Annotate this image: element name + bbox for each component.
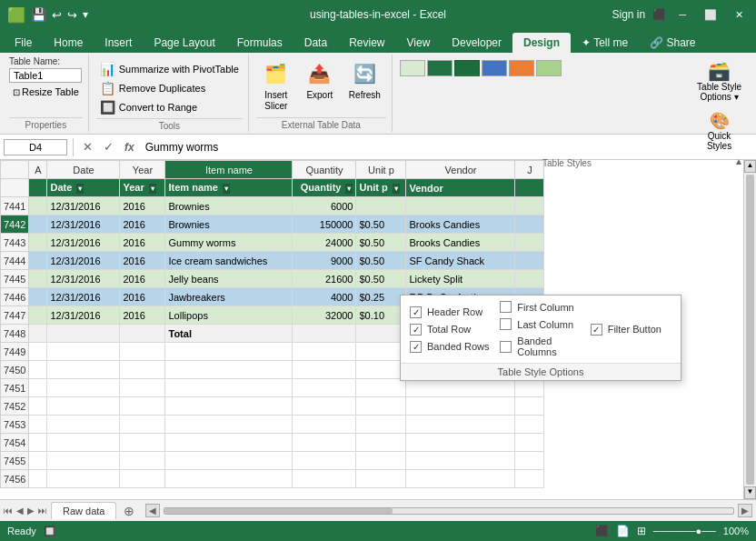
table-header-unitp[interactable]: Unit p ▾ <box>356 179 406 197</box>
cell-year-7448[interactable] <box>120 325 165 343</box>
tab-page-layout[interactable]: Page Layout <box>143 33 225 53</box>
col-header-j[interactable]: J <box>515 161 544 179</box>
cell-qty-7441[interactable]: 6000 <box>293 197 356 215</box>
cell-b-7449[interactable] <box>47 343 120 361</box>
tab-design[interactable]: Design <box>512 33 571 53</box>
h-scroll-track[interactable] <box>164 507 734 515</box>
undo-icon[interactable]: ↩ <box>52 8 62 22</box>
tab-home[interactable]: Home <box>43 33 94 53</box>
col-header-a[interactable]: A <box>29 161 47 179</box>
tab-review[interactable]: Review <box>338 33 395 53</box>
cell-date-7447[interactable]: 12/31/2016 <box>47 306 120 325</box>
insert-function-button[interactable]: fx <box>121 139 138 155</box>
sheet-first-button[interactable]: ⏮ <box>4 506 13 516</box>
cell-year-7447[interactable]: 2016 <box>120 306 165 325</box>
tab-view[interactable]: View <box>396 33 442 53</box>
convert-to-range-button[interactable]: 🔲 Convert to Range <box>96 98 243 116</box>
col-header-item[interactable]: Item name <box>165 161 293 179</box>
cell-a-7441[interactable] <box>29 197 47 215</box>
vertical-scrollbar[interactable]: ▲ ▼ <box>743 160 756 499</box>
cell-date-7443[interactable]: 12/31/2016 <box>47 234 120 252</box>
col-header-qty[interactable]: Quantity <box>293 161 356 179</box>
cell-item-7447[interactable]: Lollipops <box>165 306 293 325</box>
style-swatch[interactable] <box>536 60 562 76</box>
cell-date-7444[interactable]: 12/31/2016 <box>47 252 120 270</box>
cell-item-7441[interactable]: Brownies <box>165 197 293 215</box>
zoom-slider[interactable]: ──────●── <box>653 526 716 536</box>
cell-item-7444[interactable]: Ice cream sandwiches <box>165 252 293 270</box>
tab-data[interactable]: Data <box>293 33 338 53</box>
filter-button-checkbox[interactable] <box>591 324 602 336</box>
cell-qty-7443[interactable]: 24000 <box>293 234 356 252</box>
banded-rows-checkbox[interactable] <box>410 341 422 353</box>
cell-year-7444[interactable]: 2016 <box>120 252 165 270</box>
cell-year-7443[interactable]: 2016 <box>120 234 165 252</box>
summarize-pivottable-button[interactable]: 📊 Summarize with PivotTable <box>96 60 243 78</box>
first-column-checkbox[interactable] <box>500 301 512 313</box>
style-swatch[interactable] <box>482 60 507 76</box>
cell-j-7441[interactable] <box>515 197 544 215</box>
cell-date-7441[interactable]: 12/31/2016 <box>47 197 120 215</box>
cell-price-7448[interactable] <box>356 325 406 343</box>
table-name-input[interactable] <box>9 68 82 83</box>
cell-item-7442[interactable]: Brownies <box>165 215 293 234</box>
cancel-formula-button[interactable]: ✕ <box>79 138 96 155</box>
cell-qty-7445[interactable]: 21600 <box>293 270 356 288</box>
cell-qty-7444[interactable]: 9000 <box>293 252 356 270</box>
insert-slicer-button[interactable]: 🗂️ InsertSlicer <box>256 56 296 115</box>
cell-vendor-7445[interactable]: Lickety Split <box>406 270 515 288</box>
cell-price-7442[interactable]: $0.50 <box>356 215 406 234</box>
cell-price-7445[interactable]: $0.50 <box>356 270 406 288</box>
cell-year-7442[interactable]: 2016 <box>120 215 165 234</box>
cell-j-7442[interactable] <box>515 215 544 234</box>
cell-a-7448[interactable] <box>29 325 47 343</box>
cell-date-7446[interactable]: 12/31/2016 <box>47 288 120 306</box>
header-row-checkbox[interactable] <box>410 306 422 318</box>
table-style-options-button[interactable]: 🗃️ Table StyleOptions ▾ <box>691 56 747 105</box>
cell-date-7448[interactable] <box>47 325 120 343</box>
cell-price-7446[interactable]: $0.25 <box>356 288 406 306</box>
table-header-year[interactable]: Year ▾ <box>120 179 165 197</box>
scroll-down-button[interactable]: ▼ <box>744 486 756 499</box>
page-layout-view-button[interactable]: 📄 <box>616 525 630 537</box>
sheet-next-button[interactable]: ▶ <box>27 506 35 516</box>
resize-table-button[interactable]: ⊡ Resize Table <box>9 85 83 99</box>
tab-developer[interactable]: Developer <box>441 33 512 53</box>
cell-price-7444[interactable]: $0.50 <box>356 252 406 270</box>
cell-date-7442[interactable]: 12/31/2016 <box>47 215 120 234</box>
cell-e-7449[interactable] <box>293 343 356 361</box>
cell-f-7449[interactable] <box>356 343 406 361</box>
total-row-checkbox[interactable] <box>410 324 422 336</box>
table-header-vendor[interactable]: Vendor <box>406 179 515 197</box>
sign-in-button[interactable]: Sign in <box>612 8 646 21</box>
style-swatch[interactable] <box>400 60 425 76</box>
cell-vendor-7443[interactable]: Brooks Candies <box>406 234 515 252</box>
h-scroll-thumb[interactable] <box>164 508 392 514</box>
cell-item-7446[interactable]: Jawbreakers <box>165 288 293 306</box>
cell-qty-7442[interactable]: 150000 <box>293 215 356 234</box>
customize-icon[interactable]: ▾ <box>83 8 88 21</box>
tab-share[interactable]: 🔗 Share <box>639 33 706 53</box>
cell-d-7449[interactable] <box>165 343 293 361</box>
close-button[interactable]: ✕ <box>730 7 749 23</box>
col-header-year[interactable]: Year <box>120 161 165 179</box>
cell-year-7446[interactable]: 2016 <box>120 288 165 306</box>
tab-file[interactable]: File <box>4 33 43 53</box>
cell-date-7445[interactable]: 12/31/2016 <box>47 270 120 288</box>
table-header-date[interactable]: Date ▾ <box>47 179 120 197</box>
tab-insert[interactable]: Insert <box>94 33 143 53</box>
sheet-last-button[interactable]: ⏭ <box>38 506 47 516</box>
cell-c-7449[interactable] <box>120 343 165 361</box>
table-header-item[interactable]: Item name ▾ <box>165 179 293 197</box>
col-header-date[interactable]: Date <box>47 161 120 179</box>
cell-item-7448[interactable]: Total <box>165 325 293 343</box>
cell-qty-7448[interactable] <box>293 325 356 343</box>
cell-vendor-7441[interactable] <box>406 197 515 215</box>
add-sheet-button[interactable]: ⊕ <box>116 501 142 521</box>
cell-j-7444[interactable] <box>515 252 544 270</box>
normal-view-button[interactable]: ⬛ <box>595 525 609 537</box>
cell-price-7443[interactable]: $0.50 <box>356 234 406 252</box>
remove-duplicates-button[interactable]: 📋 Remove Duplicates <box>96 79 243 97</box>
style-swatch[interactable] <box>509 60 534 76</box>
last-column-checkbox[interactable] <box>500 318 512 330</box>
